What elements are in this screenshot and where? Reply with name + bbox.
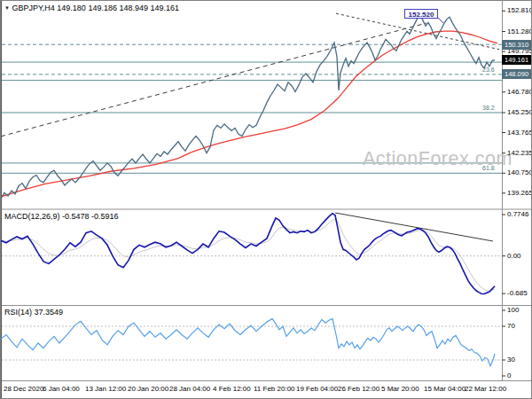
x-axis-label: 4 Feb 12:00 bbox=[213, 385, 251, 393]
x-axis-label: 13 Jan 12:00 bbox=[85, 385, 126, 393]
price-axis-label: 152.810 bbox=[507, 6, 532, 14]
x-axis-label: 19 Feb 04:00 bbox=[296, 385, 338, 393]
x-axis-label: 15 Mar 04:00 bbox=[424, 385, 466, 393]
symbol-name: GBPJPY,H4 bbox=[12, 4, 54, 12]
rsi-line bbox=[1, 318, 495, 365]
price-axis-label: 143.765 bbox=[507, 129, 532, 137]
rsi-axis-label: 30 bbox=[507, 356, 515, 364]
chart-canvas[interactable] bbox=[1, 1, 532, 399]
price-axis-label-boxed: 150.310 bbox=[502, 40, 532, 50]
price-series bbox=[1, 15, 495, 199]
fib-level-label: 61.8 bbox=[482, 165, 495, 171]
macd-trendline-0 bbox=[335, 213, 493, 241]
x-axis-label: 28 Dec 2020 bbox=[4, 385, 43, 393]
x-axis-label: 28 Jan 04:00 bbox=[169, 385, 210, 393]
x-axis-label: 26 Feb 12:00 bbox=[338, 385, 379, 393]
macd-axis-label: -0.685 bbox=[507, 289, 528, 297]
peak-label-pointer bbox=[438, 18, 443, 23]
rsi-axis-label: 70 bbox=[507, 322, 515, 330]
macd-line bbox=[1, 214, 495, 294]
fib-level-label: 23.6 bbox=[482, 66, 495, 73]
x-axis-label: 5 Mar 20:00 bbox=[381, 385, 419, 393]
chart-window: ▼ GBPJPY,H4 149.180 149.186 148.949 149.… bbox=[0, 0, 532, 399]
price-axis-label-boxed: 148.090 bbox=[502, 69, 532, 79]
rsi-axis-label: 100 bbox=[507, 306, 519, 314]
rsi-axis-label: 0 bbox=[507, 372, 511, 379]
chart-title: ▼ GBPJPY,H4 149.180 149.186 148.949 149.… bbox=[4, 4, 179, 12]
x-axis-label: 20 Jan 20:00 bbox=[128, 385, 168, 393]
symbol-dropdown-icon[interactable]: ▼ bbox=[4, 5, 10, 11]
x-axis-label: 11 Feb 20:00 bbox=[254, 385, 295, 393]
price-axis-label: 146.780 bbox=[507, 88, 532, 96]
macd-axis-label: 0.00 bbox=[507, 252, 521, 260]
macd-axis-label: 0.7746 bbox=[507, 210, 528, 218]
rsi-indicator-label: RSI(14) 37.3549 bbox=[4, 308, 63, 317]
macd-indicator-label: MACD(12,26,9) -0.5478 -0.5916 bbox=[4, 212, 119, 221]
peak-price-label[interactable]: 152.520 bbox=[404, 9, 438, 19]
price-axis-label-boxed: 149.161 bbox=[502, 55, 532, 65]
price-axis-label: 142.235 bbox=[507, 149, 532, 157]
price-axis-label: 140.750 bbox=[507, 168, 532, 176]
moving-average-line bbox=[1, 31, 497, 197]
price-trendline-0 bbox=[1, 23, 426, 137]
fib-level-label: 38.2 bbox=[482, 105, 495, 111]
price-axis-label: 145.250 bbox=[507, 108, 532, 116]
ohlc-values: 149.180 149.186 148.949 149.161 bbox=[57, 4, 179, 12]
x-axis-label: 22 Mar 12:00 bbox=[465, 385, 506, 393]
x-axis-label: 6 Jan 04:00 bbox=[43, 385, 80, 393]
price-axis-label: 151.280 bbox=[507, 27, 532, 35]
price-axis-label: 139.265 bbox=[507, 189, 532, 197]
